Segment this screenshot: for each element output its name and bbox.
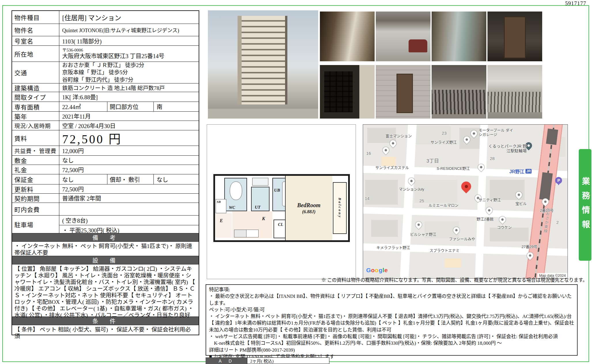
row-label: 保証金 — [12, 174, 59, 184]
section-header-equipment: 設 備 — [12, 256, 199, 264]
building-tower-shape — [238, 16, 287, 104]
photo-tile-wall-door — [376, 65, 430, 119]
postal-code: 〒536-0006 — [62, 48, 83, 53]
map-label: 2 — [556, 220, 559, 225]
row-label: 現況/入居時期 — [12, 121, 59, 130]
bedroom-label: BedRoom — [297, 201, 320, 209]
notes-line: ・ 最新の空き状況とお申込は【ITANDI BB】、物件資料は【 リアプロ】【 … — [209, 293, 574, 306]
google-letter: o — [375, 267, 379, 273]
table-row: 所在地 〒536-0006 大阪府大阪市城東区野江3 丁目25番14号 — [12, 45, 199, 62]
table-row: 専有面積 22.44㎡ 開口部方位 南 — [12, 102, 199, 111]
row-label: 物件種目 — [12, 11, 59, 24]
notes-line: ペット:可/小型犬:可/猫:可 — [209, 306, 574, 313]
row-value: 72,500円 — [59, 184, 199, 193]
room-label: WC — [229, 205, 235, 210]
map-label: 25 — [419, 198, 424, 203]
row-value — [59, 203, 199, 215]
row-label: 建築構造 — [12, 83, 59, 92]
row-value: 普通借家 2年間 — [59, 194, 199, 203]
room-ut: UT — [251, 187, 270, 211]
table-row: 保証金 なし 償却・ 敷引 なし — [12, 174, 199, 184]
room-kitchen: K — [232, 211, 272, 238]
room-label: UB — [274, 188, 280, 193]
table-row: 共益費・ 管理費 12,000円 — [12, 146, 199, 155]
row-label: 賃料 — [12, 130, 59, 146]
table-row: 現況/入居時期 空室 / 2026年4月30日 — [12, 121, 199, 130]
row-label: 更新料 — [12, 184, 59, 193]
row-value: [住居用] マンション — [59, 11, 199, 24]
floorplan-drawing: WC UT UB SB E K — [213, 174, 350, 242]
map-label: 16 — [366, 151, 371, 156]
toilet-shape — [230, 182, 242, 200]
wall-shape — [359, 65, 375, 119]
bicycles-shape — [487, 92, 542, 112]
notes-line: 特記事項: — [209, 286, 574, 293]
table-row-parking: 駐車場 ( 空き8台) ・ 平面25,300円( 税込) — [12, 215, 199, 233]
row-label: 築年 — [12, 112, 59, 121]
map-label: ファシールみや — [449, 236, 475, 241]
station-label: JR野江 JR — [509, 168, 532, 175]
map-label: くるっとパークJR 野江駅駐輪場 — [488, 144, 527, 153]
map-label: 14 — [365, 196, 370, 201]
map-label: 2番10号 — [540, 207, 554, 213]
map-label: ビルシャナ野江 — [410, 231, 436, 237]
business-info-banner: 業務情報 — [579, 149, 591, 261]
balcony: Balcony — [333, 182, 347, 234]
map-building — [371, 220, 398, 237]
door-shape — [396, 74, 413, 113]
table-row: 号室名 1103( 11階部分) — [12, 36, 199, 45]
row-label: 交通 — [12, 62, 59, 83]
photo-bicycle-parking-indoor — [432, 65, 486, 119]
row-subvalue: なし — [154, 174, 199, 184]
rent-value: 72,500 円 — [59, 130, 199, 146]
row-value: なし — [59, 156, 199, 165]
table-row: 物件種目 [住居用] マンション — [12, 11, 199, 24]
google-letter: e — [384, 267, 388, 273]
table-row: 更新料 72,500円 — [12, 184, 199, 193]
table-row: 契約期間 普通借家 2年間 — [12, 193, 199, 203]
map-label: マンションJuly — [399, 186, 424, 192]
map-label: 23 — [442, 131, 447, 136]
ad-value: 2ヶ月( 税込) — [247, 357, 329, 364]
subject-property-pin-icon — [459, 180, 473, 193]
equipment-text: 【 位置】 角部屋【 キッチン】 給湯器・ガスコンロ( 2口) ・システムキッチ… — [12, 264, 199, 317]
map-label: スプラウトエナミ — [430, 247, 460, 253]
table-row: 礼金 72,500円 — [12, 165, 199, 174]
notes-line: K-net株式会社【 特別コースSA】初回保証料50%、更新料1.2万円/年、口… — [209, 340, 574, 346]
property-sheet: 5917177 物件種目 [住居用] マンション 物件名 Quintet JOT… — [0, 0, 592, 364]
map-label: キメラフラット野江 — [376, 245, 410, 250]
row-label: 共益費・ 管理費 — [12, 146, 59, 155]
google-letter: o — [371, 267, 375, 273]
google-letter: G — [366, 267, 371, 273]
map-label: 富士マンション — [386, 133, 412, 138]
location-map: おおさか東線 P 富士マンション 16 サンライズカステル 23 サンライズ野江… — [363, 124, 568, 279]
row-label: 礼金 — [12, 165, 59, 174]
access-line: 谷町線「 野江内代」 徒歩7分 — [62, 76, 133, 84]
street-shape — [208, 109, 318, 119]
photo-building-exterior — [208, 10, 318, 119]
table-row: 町内会費 — [12, 203, 199, 215]
row-value: 2021年11月 — [59, 112, 199, 121]
floorplan-panel: WC UT UB SB E K — [207, 124, 356, 279]
row-value: 鉄筋コンクリート 造 地上14階 総戸数78戸 — [59, 83, 199, 92]
kitchen-counter-shape — [234, 230, 259, 237]
map-label: 28 — [490, 156, 495, 161]
map-label: 3丁目 — [426, 157, 439, 164]
bedroom-size-label: (6.88J) — [297, 209, 320, 215]
row-sublabel: 開口部方位 — [107, 102, 154, 111]
disclaimer-note: ※ この資料は物件の概略紹介資料になります。写真、間取図面、設備、概要などが現況… — [321, 276, 587, 283]
map-road — [363, 207, 539, 218]
remarks-text: ・ インターネット 無料・ ペット 飼育可(小型犬・ 猫1匹まで)・ 原則連帯保… — [12, 241, 199, 256]
map-label: サニティ野江 — [479, 197, 501, 202]
access-line: 京阪本線「 野江」 徒歩5分 — [62, 69, 128, 76]
washbasin-shape — [252, 178, 268, 186]
map-label: 宝ビル — [515, 201, 527, 206]
row-value: Quintet JOTONOE(旧:サムティ城東野江レジデンス) — [59, 24, 199, 36]
room-sb: SB — [216, 199, 226, 213]
map-label: 野江2番館 — [477, 216, 494, 222]
special-notes-box: 特記事項: ・ 最新の空き状況とお申込は【ITANDI BB】、物件資料は【 リ… — [206, 284, 578, 356]
parked-car-shape — [409, 39, 427, 52]
room-label: E — [220, 218, 223, 223]
row-label: 専有面積 — [12, 102, 59, 111]
door-shape — [504, 16, 526, 58]
